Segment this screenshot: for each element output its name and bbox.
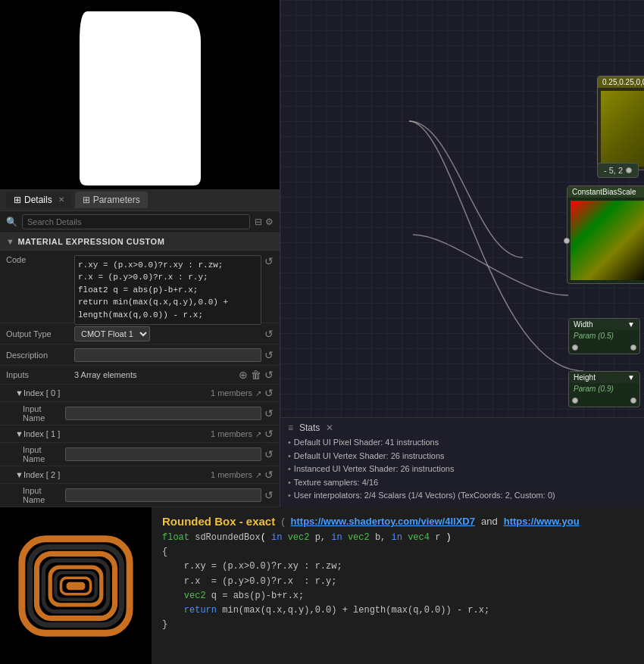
inputs-label: Inputs: [6, 370, 74, 379]
code-value: r.xy = (p.x>0.0)?r.xy : r.zw; r.x = (p.y…: [74, 255, 261, 328]
output-type-row: Output Type CMOT Float 1 ↺: [0, 323, 280, 344]
width-output-pin[interactable]: [630, 344, 636, 351]
height-output-pin[interactable]: [630, 397, 636, 404]
height-node-title: Height: [574, 373, 596, 382]
inputs-count: 3 Array elements: [74, 370, 239, 379]
bottom-section: Rounded Box - exact ( https://www.shader…: [0, 507, 644, 664]
stats-title: Stats: [299, 422, 320, 433]
width-node[interactable]: Width ▼ Param (0.5): [568, 318, 640, 354]
neg52-node[interactable]: - 5, 2: [597, 163, 639, 178]
material-section-header[interactable]: ▼ MATERIAL EXPRESSION CUSTOM: [0, 233, 280, 251]
const-color-preview: [601, 91, 644, 167]
width-input-pin[interactable]: [572, 344, 578, 351]
bottom-preview: [0, 507, 152, 664]
url2-link[interactable]: https://www.you: [504, 516, 580, 527]
index2-input[interactable]: r: [65, 488, 261, 502]
code-line-2: r.xy = (p.x>0.0)?r.xy : r.zw;: [162, 560, 633, 574]
constant-node[interactable]: 0.25,0.25,0,0 ▲: [597, 76, 644, 170]
index0-label: Index [ 0 ]: [23, 388, 211, 397]
index2-label: Index [ 2 ]: [23, 470, 211, 479]
bias-node-title: ConstantBiasScale: [572, 188, 636, 196]
index1-input-reset[interactable]: ↺: [264, 448, 274, 460]
code-line-5: return min(max(q.x,q.y),0.0) + length(ma…: [162, 603, 633, 618]
add-input-icon[interactable]: ⊕: [239, 369, 248, 381]
output-type-select[interactable]: CMOT Float 1: [74, 326, 150, 341]
search-bar: 🔍 ⊟ ⚙: [0, 211, 280, 233]
code-block: float sdRoundedBox( in vec2 p, in vec2 b…: [162, 531, 633, 632]
index1-label: Index [ 1 ]: [23, 429, 211, 438]
left-panel: ⊞ Details ✕ ⊞ Parameters 🔍 ⊟ ⚙ ▼ MATERIA…: [0, 0, 280, 507]
stats-item-0: •Default UI Pixel Shader: 41 instruction…: [288, 436, 636, 450]
index0-input-label: Input Name: [23, 404, 65, 422]
stats-close-button[interactable]: ✕: [326, 422, 333, 433]
tab-parameters-label: Parameters: [93, 195, 140, 205]
code-reset[interactable]: ↺: [264, 255, 274, 267]
index1-input-name-row: Input Name b ↺: [0, 443, 280, 466]
settings-icon[interactable]: ⚙: [265, 217, 274, 227]
index0-input[interactable]: p: [65, 407, 261, 420]
code-label: Code: [6, 255, 74, 264]
tab-parameters[interactable]: ⊞ Parameters: [75, 192, 148, 208]
stats-item-2: •Instanced UI Vertex Shader: 26 instruct…: [288, 463, 636, 476]
index2-input-label: Input Name: [23, 486, 65, 504]
output-type-reset[interactable]: ↺: [264, 328, 274, 340]
svg-rect-7: [67, 581, 86, 590]
index1-arrow: ▼: [15, 429, 23, 438]
delete-input-icon[interactable]: 🗑: [251, 369, 261, 381]
height-node-collapse[interactable]: ▼: [627, 373, 635, 382]
index2-reset[interactable]: ↺: [264, 469, 274, 481]
index1-reset[interactable]: ↺: [264, 428, 274, 440]
inputs-header: Inputs 3 Array elements ⊕ 🗑 ↺: [0, 366, 280, 385]
index2-count: 1 members: [211, 470, 252, 479]
index2-icon: ↗: [255, 471, 261, 479]
inputs-reset[interactable]: ↺: [264, 369, 274, 381]
stats-panel: ≡ Stats ✕ •Default UI Pixel Shader: 41 i…: [280, 417, 644, 507]
index1-count: 1 members: [211, 429, 252, 438]
height-node-subtitle: Param (0.9): [574, 385, 635, 393]
section-arrow: ▼: [6, 237, 14, 246]
bias-scale-node[interactable]: ConstantBiasScale ▲: [567, 185, 644, 284]
grid-icon[interactable]: ⊟: [255, 217, 262, 227]
stats-header: ≡ Stats ✕: [288, 422, 636, 433]
width-node-subtitle: Param (0.5): [574, 332, 635, 340]
node-graph[interactable]: 0.25,0.25,0,0 ▲ - 5, 2: [280, 0, 644, 507]
code-textarea[interactable]: r.xy = (p.x>0.0)?r.xy : r.zw; r.x = (p.y…: [74, 255, 261, 326]
neg52-pin[interactable]: [626, 167, 632, 173]
inputs-actions: ⊕ 🗑: [239, 369, 261, 381]
index1-header[interactable]: ▼ Index [ 1 ] 1 members ↗ ↺: [0, 426, 280, 443]
stats-icon: ≡: [288, 422, 293, 433]
index0-reset[interactable]: ↺: [264, 387, 274, 399]
bias-input-pin[interactable]: [564, 238, 570, 244]
height-input-pin[interactable]: [572, 397, 578, 404]
index1-input-label: Input Name: [23, 445, 65, 463]
tab-details-close[interactable]: ✕: [58, 195, 64, 204]
index2-header[interactable]: ▼ Index [ 2 ] 1 members ↗ ↺: [0, 466, 280, 484]
index2-input-reset[interactable]: ↺: [264, 489, 274, 501]
tab-details-label: Details: [24, 195, 52, 205]
index0-header[interactable]: ▼ Index [ 0 ] 1 members ↗ ↺: [0, 385, 280, 402]
url1-link[interactable]: https://www.shadertoy.com/view/4llXD7: [291, 516, 475, 527]
width-node-title: Width: [574, 320, 593, 329]
index1-input[interactable]: b: [65, 447, 261, 461]
code-line-1: {: [162, 545, 633, 560]
description-input[interactable]: Custom: [74, 348, 261, 362]
height-node[interactable]: Height ▼ Param (0.9): [568, 371, 640, 407]
description-value: Custom: [74, 348, 261, 362]
output-type-label: Output Type: [6, 329, 74, 338]
tab-details[interactable]: ⊞ Details ✕: [6, 192, 72, 208]
index0-input-reset[interactable]: ↺: [264, 407, 274, 419]
and-text: and: [481, 516, 498, 527]
index2-input-name-row: Input Name r ↺: [0, 484, 280, 507]
description-row: Description Custom ↺: [0, 344, 280, 366]
index0-count: 1 members: [211, 388, 252, 397]
stats-item-1: •Default UI Vertex Shader: 26 instructio…: [288, 450, 636, 463]
rounded-box-svg: [15, 525, 136, 647]
code-line-0: float sdRoundedBox( in vec2 p, in vec2 b…: [162, 531, 633, 545]
bias-preview: [571, 201, 644, 280]
description-reset[interactable]: ↺: [264, 349, 274, 361]
code-line-6: }: [162, 618, 633, 632]
search-input[interactable]: [22, 214, 250, 229]
rounded-box-title: Rounded Box - exact ( https://www.shader…: [162, 515, 633, 528]
output-type-value: CMOT Float 1: [74, 326, 261, 341]
width-node-collapse[interactable]: ▼: [627, 320, 635, 329]
